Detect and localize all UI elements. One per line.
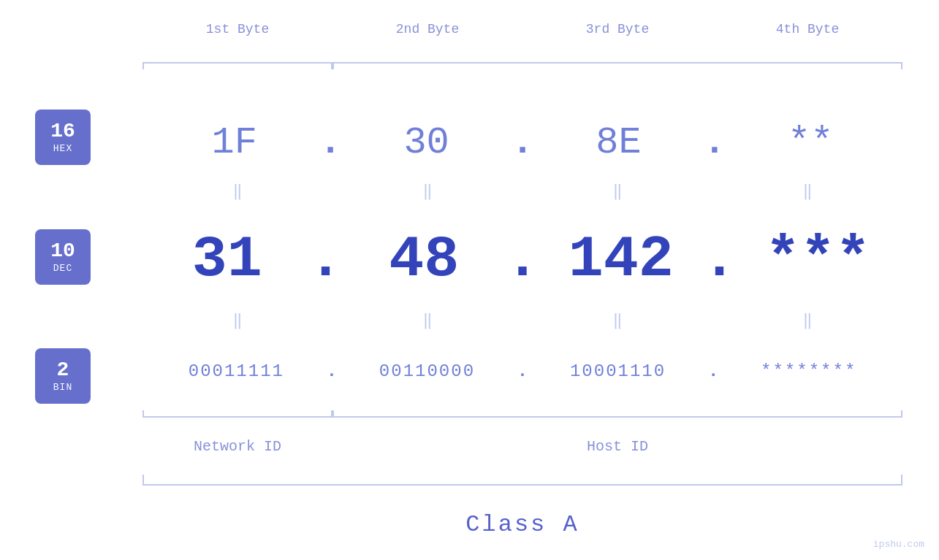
col-header-1: 1st Byte <box>142 22 332 37</box>
hex-byte-3: 8E <box>596 121 641 164</box>
netid-bracket-top <box>142 62 332 69</box>
badge-bin-label: BIN <box>53 382 72 393</box>
netid-bracket-bottom <box>142 410 332 418</box>
bin-byte-1: 00011111 <box>189 361 284 381</box>
bin-byte-4: ******** <box>761 361 856 381</box>
eq2-4: ‖ <box>712 310 902 330</box>
badge-dec-number: 10 <box>50 241 75 261</box>
dec-byte-1: 31 <box>192 226 262 293</box>
eq1-1: ‖ <box>142 181 332 201</box>
badge-hex-label: HEX <box>53 143 72 154</box>
main-container: 16 HEX 10 DEC 2 BIN 1st Byte 2nd Byte 3r… <box>0 0 939 560</box>
hex-byte-1-cell: 1F <box>142 121 327 164</box>
hex-row: 1F . 30 . 8E . ** <box>142 113 902 172</box>
dec-byte-3-cell: 142 <box>536 226 705 293</box>
bin-row: 00011111 . 00110000 . 10001110 . *******… <box>142 342 902 400</box>
host-id-label: Host ID <box>332 438 902 455</box>
bin-byte-1-cell: 00011111 <box>142 361 330 381</box>
badge-bin-number: 2 <box>57 360 69 380</box>
watermark: ipshu.com <box>873 539 924 550</box>
outer-bracket <box>142 475 902 486</box>
network-id-label: Network ID <box>142 438 332 455</box>
badge-hex-number: 16 <box>50 121 75 142</box>
class-label: Class A <box>142 511 902 538</box>
eq2-2: ‖ <box>332 310 522 330</box>
bin-byte-3-cell: 10001110 <box>524 361 712 381</box>
eq1-4: ‖ <box>712 181 902 201</box>
eq2-3: ‖ <box>522 310 712 330</box>
badge-hex: 16 HEX <box>35 110 91 165</box>
hex-byte-2: 30 <box>403 121 449 164</box>
hex-byte-3-cell: 8E <box>527 121 711 164</box>
dec-byte-1-cell: 31 <box>142 226 311 293</box>
dec-byte-3: 142 <box>569 226 674 293</box>
eq1-3: ‖ <box>522 181 712 201</box>
hex-byte-1: 1F <box>212 121 257 164</box>
dec-byte-4: *** <box>765 226 870 293</box>
dot-dec-2: . <box>505 226 540 293</box>
dec-byte-2-cell: 48 <box>340 226 509 293</box>
dot-dec-3: . <box>702 226 737 293</box>
segment-labels: Network ID Host ID <box>142 438 902 455</box>
badge-bin: 2 BIN <box>35 348 91 404</box>
eq-row-1: ‖ ‖ ‖ ‖ <box>142 181 902 201</box>
col-header-3: 3rd Byte <box>522 22 712 37</box>
hex-byte-2-cell: 30 <box>335 121 519 164</box>
bin-byte-3: 10001110 <box>570 361 666 381</box>
eq1-2: ‖ <box>332 181 522 201</box>
column-headers: 1st Byte 2nd Byte 3rd Byte 4th Byte <box>142 22 902 37</box>
eq2-1: ‖ <box>142 310 332 330</box>
eq-row-2: ‖ ‖ ‖ ‖ <box>142 310 902 330</box>
hostid-bracket-bottom <box>332 410 902 418</box>
col-header-4: 4th Byte <box>712 22 902 37</box>
bin-byte-2-cell: 00110000 <box>333 361 521 381</box>
badge-dec-label: DEC <box>53 263 72 274</box>
dec-byte-4-cell: *** <box>734 226 902 293</box>
hex-byte-4-cell: ** <box>718 121 902 164</box>
dot-dec-1: . <box>308 226 343 293</box>
hostid-bracket-top <box>332 62 902 69</box>
hex-byte-4: ** <box>788 121 833 164</box>
badge-dec: 10 DEC <box>35 229 91 285</box>
dec-byte-2: 48 <box>389 226 459 293</box>
bin-byte-4-cell: ******** <box>715 361 902 381</box>
bin-byte-2: 00110000 <box>379 361 475 381</box>
dec-row: 31 . 48 . 142 . *** <box>142 219 902 299</box>
col-header-2: 2nd Byte <box>332 22 522 37</box>
